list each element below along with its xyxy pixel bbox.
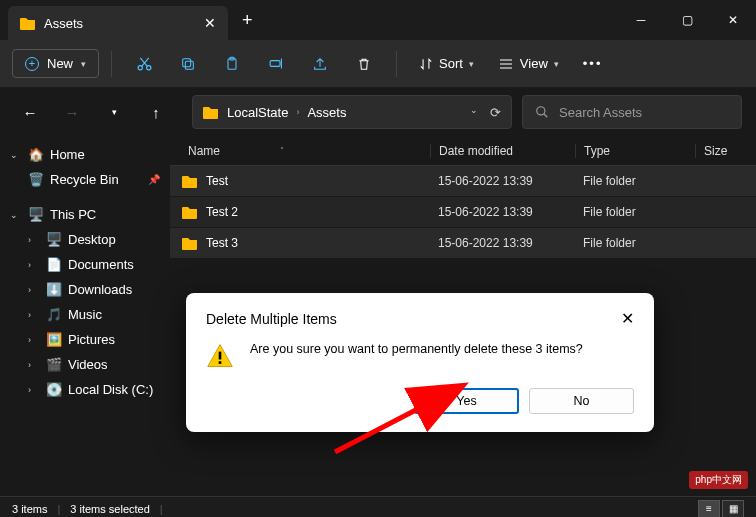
downloads-label: Downloads xyxy=(68,282,132,297)
home-icon: 🏠 xyxy=(28,148,44,162)
window-tab[interactable]: Assets ✕ xyxy=(8,6,228,40)
close-tab-icon[interactable]: ✕ xyxy=(204,15,216,31)
chevron-right-icon: › xyxy=(28,285,40,295)
new-button[interactable]: + New ▾ xyxy=(12,49,99,78)
sidebar-item-videos[interactable]: › 🎬 Videos xyxy=(4,352,166,377)
music-icon: 🎵 xyxy=(46,308,62,322)
pictures-icon: 🖼️ xyxy=(46,333,62,347)
pin-icon: 📌 xyxy=(148,174,160,185)
recycle-icon: 🗑️ xyxy=(28,173,44,187)
sidebar-item-thispc[interactable]: ⌄ 🖥️ This PC xyxy=(4,202,166,227)
sidebar-item-localdisk[interactable]: › 💽 Local Disk (C:) xyxy=(4,377,166,402)
svg-rect-6 xyxy=(270,61,280,67)
chevron-down-icon: ▾ xyxy=(81,59,86,69)
address-dropdown-icon[interactable]: ⌄ xyxy=(470,105,478,120)
paste-icon[interactable] xyxy=(212,46,252,82)
chevron-down-icon: ▾ xyxy=(554,59,559,69)
recycle-label: Recycle Bin xyxy=(50,172,119,187)
copy-icon[interactable] xyxy=(168,46,208,82)
downloads-icon: ⬇️ xyxy=(46,283,62,297)
table-row[interactable]: Test 15-06-2022 13:39 File folder xyxy=(170,166,756,196)
chevron-right-icon: › xyxy=(296,107,299,117)
column-size[interactable]: Size xyxy=(695,144,756,158)
cut-icon[interactable] xyxy=(124,46,164,82)
window-controls: ─ ▢ ✕ xyxy=(618,0,756,40)
column-type[interactable]: Type xyxy=(575,144,695,158)
pictures-label: Pictures xyxy=(68,332,115,347)
column-date[interactable]: Date modified xyxy=(430,144,575,158)
view-button[interactable]: View ▾ xyxy=(488,56,569,71)
sidebar-item-desktop[interactable]: › 🖥️ Desktop xyxy=(4,227,166,252)
sidebar-item-downloads[interactable]: › ⬇️ Downloads xyxy=(4,277,166,302)
search-input[interactable]: Search Assets xyxy=(522,95,742,129)
svg-rect-9 xyxy=(219,361,222,364)
thumbnails-view-button[interactable]: ▦ xyxy=(722,500,744,518)
breadcrumb-assets[interactable]: Assets xyxy=(307,105,346,120)
search-icon xyxy=(535,105,549,119)
delete-dialog: Delete Multiple Items ✕ Are you sure you… xyxy=(186,293,654,432)
no-button[interactable]: No xyxy=(529,388,634,414)
svg-rect-2 xyxy=(185,61,193,69)
sort-label: Sort xyxy=(439,56,463,71)
status-bar: 3 items | 3 items selected | ≡ ▦ xyxy=(0,496,756,517)
dialog-message: Are you sure you want to permanently del… xyxy=(250,342,583,356)
file-name: Test xyxy=(206,174,228,188)
sidebar-item-recycle[interactable]: 🗑️ Recycle Bin 📌 xyxy=(4,167,166,192)
minimize-button[interactable]: ─ xyxy=(618,0,664,40)
new-tab-button[interactable]: + xyxy=(242,10,253,31)
chevron-right-icon: › xyxy=(28,260,40,270)
chevron-down-icon: ⌄ xyxy=(10,150,22,160)
sort-button[interactable]: Sort ▾ xyxy=(409,56,484,71)
up-button[interactable]: ↑ xyxy=(140,96,172,128)
chevron-right-icon: › xyxy=(28,360,40,370)
address-bar[interactable]: LocalState › Assets ⌄ ⟳ xyxy=(192,95,512,129)
chevron-right-icon: › xyxy=(28,335,40,345)
folder-icon xyxy=(182,236,198,250)
music-label: Music xyxy=(68,307,102,322)
share-icon[interactable] xyxy=(300,46,340,82)
back-button[interactable]: ← xyxy=(14,96,46,128)
pc-icon: 🖥️ xyxy=(28,208,44,222)
sidebar: ⌄ 🏠 Home 🗑️ Recycle Bin 📌 ⌄ 🖥️ This PC ›… xyxy=(0,136,170,496)
sidebar-item-home[interactable]: ⌄ 🏠 Home xyxy=(4,142,166,167)
item-count: 3 items xyxy=(12,503,47,515)
plus-icon: + xyxy=(25,57,39,71)
documents-icon: 📄 xyxy=(46,258,62,272)
refresh-icon[interactable]: ⟳ xyxy=(490,105,501,120)
column-name[interactable]: Name˄ xyxy=(170,144,430,158)
breadcrumb-localstate[interactable]: LocalState xyxy=(227,105,288,120)
svg-point-7 xyxy=(537,107,545,115)
file-type: File folder xyxy=(575,236,695,250)
navbar: ← → ▾ ↑ LocalState › Assets ⌄ ⟳ Search A… xyxy=(0,88,756,136)
rename-icon[interactable] xyxy=(256,46,296,82)
sidebar-item-documents[interactable]: › 📄 Documents xyxy=(4,252,166,277)
recent-dropdown[interactable]: ▾ xyxy=(98,96,130,128)
dialog-close-button[interactable]: ✕ xyxy=(621,309,634,328)
close-button[interactable]: ✕ xyxy=(710,0,756,40)
sort-asc-icon: ˄ xyxy=(280,146,284,155)
documents-label: Documents xyxy=(68,257,134,272)
dialog-title: Delete Multiple Items xyxy=(206,311,337,327)
search-placeholder: Search Assets xyxy=(559,105,642,120)
forward-button[interactable]: → xyxy=(56,96,88,128)
file-date: 15-06-2022 13:39 xyxy=(430,236,575,250)
tab-title: Assets xyxy=(44,16,83,31)
more-button[interactable]: ••• xyxy=(573,56,613,71)
folder-icon xyxy=(182,174,198,188)
maximize-button[interactable]: ▢ xyxy=(664,0,710,40)
file-type: File folder xyxy=(575,205,695,219)
table-row[interactable]: Test 2 15-06-2022 13:39 File folder xyxy=(170,197,756,227)
desktop-icon: 🖥️ xyxy=(46,233,62,247)
chevron-down-icon: ▾ xyxy=(469,59,474,69)
disk-icon: 💽 xyxy=(46,383,62,397)
videos-icon: 🎬 xyxy=(46,358,62,372)
details-view-button[interactable]: ≡ xyxy=(698,500,720,518)
sidebar-item-pictures[interactable]: › 🖼️ Pictures xyxy=(4,327,166,352)
view-icon xyxy=(498,57,514,71)
yes-button[interactable]: Yes xyxy=(414,388,519,414)
chevron-right-icon: › xyxy=(28,310,40,320)
delete-icon[interactable] xyxy=(344,46,384,82)
sidebar-item-music[interactable]: › 🎵 Music xyxy=(4,302,166,327)
table-row[interactable]: Test 3 15-06-2022 13:39 File folder xyxy=(170,228,756,258)
file-type: File folder xyxy=(575,174,695,188)
